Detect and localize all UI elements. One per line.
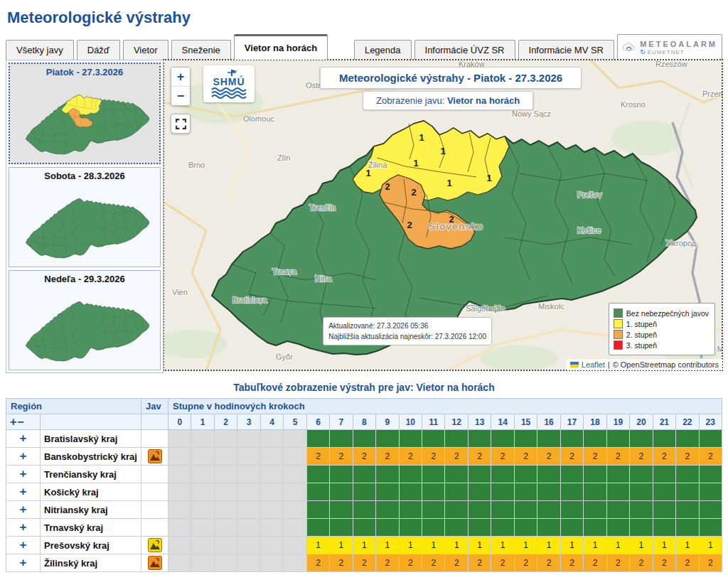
- hour-cell: [537, 519, 560, 537]
- tab-informacie-uvz-sr[interactable]: Informácie ÚVZ SR: [414, 40, 515, 60]
- hour-cell: 1: [307, 537, 330, 554]
- tab-legenda[interactable]: Legenda: [354, 40, 412, 60]
- hour-cell: [261, 483, 284, 501]
- hour-cell: [215, 430, 237, 448]
- leaflet-map[interactable]: OlomoucOstravaBrnoZlínKrakówNowy SączKro…: [164, 60, 722, 370]
- hour-cell: [353, 466, 376, 483]
- jav-cell: [141, 466, 168, 483]
- hour-cell: [400, 483, 422, 501]
- hour-cell: [215, 554, 237, 572]
- hour-cell: [445, 519, 468, 537]
- page: Meteorologické výstrahy Všetky javyDážďV…: [0, 0, 728, 575]
- expand-row-button[interactable]: +: [6, 483, 41, 501]
- day-map-sobota[interactable]: Sobota - 28.3.2026: [9, 167, 161, 267]
- day-map-title: Sobota - 28.3.2026: [11, 171, 159, 181]
- hour-cell: 2: [445, 554, 468, 572]
- region-header-spacer: [41, 414, 141, 430]
- city-label-vien: Vien: [172, 288, 188, 296]
- expand-row-button[interactable]: +: [6, 501, 41, 519]
- tab-snezenie[interactable]: Sneženie: [171, 40, 231, 60]
- hour-cell: [400, 430, 422, 448]
- hour-cell: [469, 501, 491, 519]
- hour-cell: [215, 537, 237, 554]
- day-map-piatok[interactable]: Piatok - 27.3.2026: [9, 63, 161, 164]
- expand-row-button[interactable]: +: [6, 448, 41, 466]
- day-map-thumbnail: [14, 286, 156, 365]
- day-map-nedela[interactable]: Nedeľa - 29.3.2026: [9, 270, 161, 370]
- hour-cell: [353, 501, 376, 519]
- expand-row-button[interactable]: +: [6, 519, 41, 537]
- legend-swatch: [614, 308, 623, 318]
- hour-cell: 2: [400, 448, 422, 466]
- tab-informacie-mv-sr[interactable]: Informácie MV SR: [518, 40, 614, 60]
- expand-row-button[interactable]: +: [6, 554, 41, 572]
- hour-header-6: 6: [307, 414, 330, 430]
- mountain-wind-warning-icon: [148, 556, 162, 570]
- city-label-nowy-s-cz: Nowy Sącz: [512, 109, 551, 118]
- legend-swatch: [614, 319, 623, 328]
- tab-vietor[interactable]: Vietor: [123, 40, 168, 60]
- attrib-separator: |: [608, 360, 610, 369]
- hour-cell: [307, 501, 330, 519]
- hour-cell: [561, 483, 584, 501]
- hour-cell: 2: [445, 448, 468, 466]
- hour-cell: 2: [400, 554, 422, 572]
- hour-header-18: 18: [584, 414, 606, 430]
- hour-cell: [653, 483, 676, 501]
- city-label-nitra: Nitra: [315, 274, 332, 283]
- leaflet-link[interactable]: Leaflet: [582, 360, 605, 369]
- jav-cell: [141, 537, 168, 554]
- hour-cell: [237, 466, 260, 483]
- city-label-krosno: Krosno: [621, 100, 646, 109]
- jav-header-spacer: [141, 414, 168, 430]
- jav-cell: [141, 519, 168, 537]
- display-value: Vietor na horách: [447, 95, 520, 106]
- meteoalarm-network: ↻EUMETNET: [640, 48, 717, 55]
- expand-all-button[interactable]: +−: [6, 414, 41, 430]
- zoom-in-button[interactable]: +: [171, 68, 190, 86]
- region-label-banskobystricky-kraj: Banskobystrický kraj: [41, 448, 141, 466]
- map-zoom-control: + −: [171, 67, 191, 106]
- svg-text:SHMÚ: SHMÚ: [213, 75, 245, 87]
- tab-vietor-na-horach[interactable]: Vietor na horách: [234, 34, 328, 60]
- hour-cell: [215, 501, 237, 519]
- hour-cell: [491, 519, 514, 537]
- day-maps-sidebar: Piatok - 27.3.2026Sobota - 28.3.2026Nede…: [6, 60, 164, 373]
- hour-cell: [191, 483, 214, 501]
- expand-row-button[interactable]: +: [6, 466, 41, 483]
- city-label-olomouc: Olomouc: [243, 114, 275, 123]
- hour-cell: [537, 430, 560, 448]
- hour-cell: 2: [653, 448, 676, 466]
- hour-cell: [607, 501, 630, 519]
- hour-cell: 2: [376, 554, 399, 572]
- hour-cell: [330, 483, 353, 501]
- hour-cell: 1: [537, 537, 560, 554]
- fullscreen-button[interactable]: [171, 114, 191, 134]
- shmu-logo[interactable]: SHMÚ: [203, 65, 255, 102]
- jav-cell: [141, 554, 168, 572]
- hour-cell: [515, 466, 537, 483]
- hour-header-20: 20: [630, 414, 653, 430]
- osm-attribution: © OpenStreetmap contributors: [613, 360, 719, 369]
- jav-cell: [141, 430, 168, 448]
- expand-row-button[interactable]: +: [6, 430, 41, 448]
- meteoalarm-tab[interactable]: METEOALARM ↻EUMETNET: [617, 34, 722, 60]
- mountain-wind-warning-icon: [148, 449, 162, 463]
- city-label-gy-r: Győr: [276, 353, 293, 361]
- hour-cell: 1: [422, 537, 445, 554]
- hour-cell: [168, 466, 191, 483]
- jav-cell: [141, 448, 168, 466]
- hour-cell: [261, 519, 284, 537]
- hour-cell: 1: [676, 537, 699, 554]
- jav-column-header: Jav: [141, 399, 168, 414]
- hour-cell: [191, 519, 214, 537]
- hour-cell: [630, 430, 653, 448]
- expand-row-button[interactable]: +: [6, 537, 41, 554]
- hour-cell: 1: [400, 537, 422, 554]
- hour-cell: 2: [376, 448, 399, 466]
- hour-cell: 2: [422, 448, 445, 466]
- zoom-out-button[interactable]: −: [171, 87, 190, 105]
- hour-header-15: 15: [515, 414, 537, 430]
- tab-dazd[interactable]: Dážď: [77, 40, 120, 60]
- tab-vsetky-javy[interactable]: Všetky javy: [6, 40, 74, 60]
